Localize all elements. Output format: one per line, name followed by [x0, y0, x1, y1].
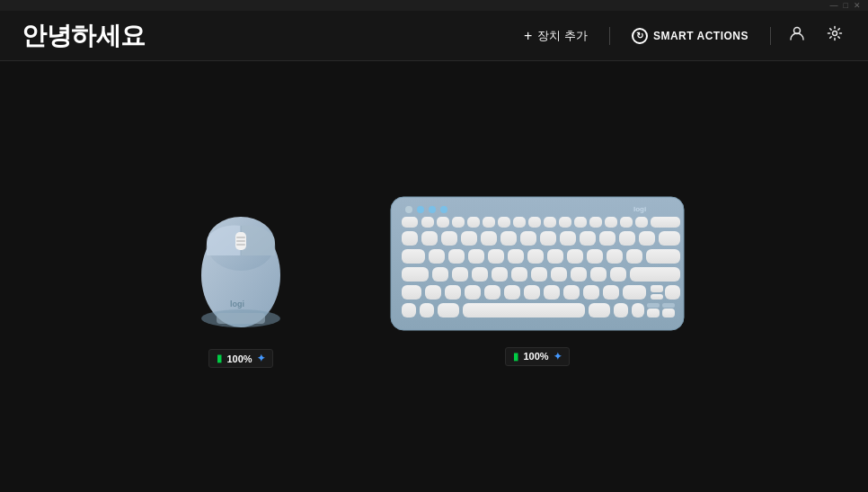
header: 안녕하세요 + 장치 추가 SMART ACTIONS — [0, 11, 868, 61]
svg-rect-66 — [492, 267, 508, 282]
svg-rect-46 — [619, 231, 635, 246]
smart-actions-button[interactable]: SMART ACTIONS — [624, 24, 756, 48]
svg-point-16 — [429, 206, 436, 213]
header-divider — [609, 27, 610, 45]
settings-icon — [827, 25, 843, 41]
svg-rect-33 — [635, 217, 648, 228]
svg-rect-20 — [437, 217, 449, 228]
svg-rect-18 — [402, 217, 418, 228]
svg-rect-95 — [632, 303, 644, 318]
svg-rect-87 — [651, 294, 663, 300]
svg-rect-64 — [452, 267, 468, 282]
smart-actions-icon — [632, 28, 648, 44]
svg-rect-69 — [551, 267, 567, 282]
svg-rect-84 — [603, 285, 619, 300]
svg-rect-70 — [571, 267, 587, 282]
add-device-label: 장치 추가 — [537, 28, 588, 44]
battery-icon: ▮ — [217, 353, 222, 364]
add-device-button[interactable]: + 장치 추가 — [517, 24, 595, 48]
svg-rect-19 — [421, 217, 434, 228]
svg-rect-6 — [236, 237, 245, 238]
svg-rect-68 — [531, 267, 547, 282]
svg-rect-57 — [567, 249, 583, 264]
svg-rect-31 — [605, 217, 617, 228]
svg-rect-77 — [465, 285, 481, 300]
svg-rect-75 — [425, 285, 441, 300]
svg-rect-61 — [646, 249, 680, 264]
svg-rect-11 — [217, 313, 265, 324]
svg-rect-90 — [420, 303, 434, 318]
mouse-image: logi — [182, 185, 299, 338]
svg-rect-27 — [544, 217, 556, 228]
svg-rect-52 — [468, 249, 484, 264]
svg-rect-94 — [614, 303, 628, 318]
svg-rect-91 — [438, 303, 459, 318]
svg-rect-47 — [639, 231, 655, 246]
window-chrome: — □ ✕ — [0, 0, 868, 11]
keyboard-device[interactable]: logi ▮ 100% ✦ — [389, 188, 686, 366]
svg-rect-98 — [647, 303, 660, 308]
svg-rect-8 — [236, 244, 245, 246]
svg-rect-59 — [607, 249, 623, 264]
svg-point-15 — [417, 206, 424, 213]
svg-rect-58 — [587, 249, 603, 264]
battery-icon-kb: ▮ — [513, 351, 518, 362]
svg-rect-21 — [452, 217, 465, 228]
close-button[interactable]: ✕ — [854, 1, 861, 10]
main-content: logi ▮ 100% ✦ — [0, 61, 868, 492]
maximize-button[interactable]: □ — [844, 1, 848, 10]
keyboard-battery-text: 100% — [523, 351, 548, 362]
svg-rect-89 — [402, 303, 416, 318]
svg-rect-53 — [488, 249, 504, 264]
svg-rect-82 — [563, 285, 580, 300]
svg-rect-50 — [429, 249, 445, 264]
svg-rect-38 — [461, 231, 477, 246]
svg-rect-39 — [481, 231, 497, 246]
svg-rect-67 — [511, 267, 527, 282]
svg-rect-45 — [599, 231, 616, 246]
svg-rect-55 — [527, 249, 544, 264]
svg-rect-48 — [659, 231, 680, 246]
svg-rect-76 — [445, 285, 461, 300]
smart-actions-label: SMART ACTIONS — [653, 30, 748, 42]
svg-rect-63 — [432, 267, 448, 282]
svg-rect-73 — [630, 267, 680, 282]
svg-rect-93 — [589, 303, 610, 318]
svg-rect-22 — [467, 217, 480, 228]
svg-rect-71 — [590, 267, 607, 282]
mouse-device[interactable]: logi ▮ 100% ✦ — [182, 185, 299, 368]
svg-rect-41 — [520, 231, 536, 246]
svg-rect-44 — [580, 231, 596, 246]
svg-rect-78 — [484, 285, 500, 300]
svg-rect-60 — [626, 249, 642, 264]
plus-icon: + — [524, 28, 532, 44]
svg-rect-56 — [547, 249, 563, 264]
account-icon — [789, 25, 805, 41]
svg-rect-72 — [610, 267, 626, 282]
svg-rect-65 — [472, 267, 488, 282]
svg-rect-30 — [589, 217, 602, 228]
svg-rect-7 — [236, 240, 245, 242]
account-button[interactable] — [785, 22, 809, 49]
bluetooth-icon: ✦ — [257, 353, 265, 364]
svg-rect-34 — [651, 217, 680, 228]
svg-rect-54 — [508, 249, 524, 264]
svg-rect-80 — [524, 285, 540, 300]
bluetooth-icon-kb: ✦ — [554, 351, 562, 362]
header-divider-2 — [770, 27, 771, 45]
svg-rect-86 — [651, 285, 663, 292]
svg-rect-40 — [500, 231, 517, 246]
svg-rect-36 — [421, 231, 438, 246]
svg-rect-23 — [483, 217, 495, 228]
svg-rect-99 — [662, 303, 675, 308]
settings-button[interactable] — [823, 22, 846, 49]
minimize-button[interactable]: — — [830, 1, 838, 10]
svg-rect-25 — [513, 217, 526, 228]
keyboard-image: logi — [389, 188, 686, 336]
page-title: 안녕하세요 — [22, 19, 146, 53]
svg-rect-37 — [441, 231, 457, 246]
keyboard-battery-badge: ▮ 100% ✦ — [505, 347, 569, 366]
svg-rect-26 — [528, 217, 541, 228]
svg-rect-74 — [402, 285, 421, 300]
svg-point-14 — [405, 206, 412, 213]
